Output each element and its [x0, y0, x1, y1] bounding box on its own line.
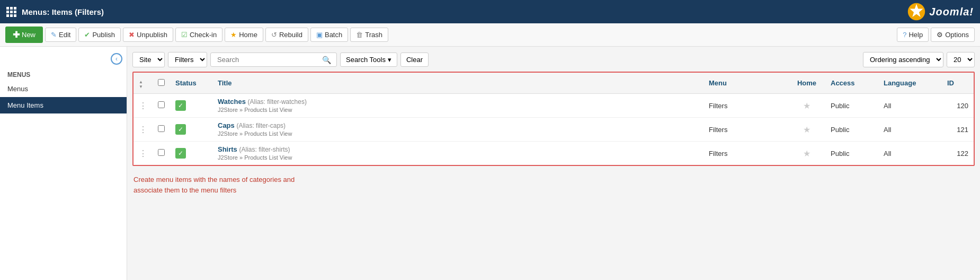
top-navbar: Menus: Items (Filters) Joomla!	[0, 0, 980, 23]
language-cell: All	[878, 94, 942, 118]
grid-menu-icon[interactable]	[6, 7, 16, 17]
col-access-header[interactable]: Access	[825, 73, 878, 94]
menu-value: Filters	[709, 126, 727, 134]
sidebar-item-menus[interactable]: Menus	[0, 81, 127, 97]
gear-icon: ⚙	[937, 31, 943, 39]
nav-title-section: Menus: Items (Filters)	[6, 7, 104, 17]
toolbar: ✚ New ✎ Edit ✔ Publish ✖ Unpublish ☑ Che…	[0, 23, 980, 47]
filter-bar: Site Filters 🔍 Search Tools ▾ Clear Orde…	[132, 52, 975, 67]
drag-handle-icon[interactable]: ⋮	[139, 125, 147, 134]
chevron-down-icon: ▾	[388, 56, 391, 64]
sidebar-collapse-button[interactable]: ‹	[111, 53, 122, 65]
col-id-header[interactable]: ID	[942, 73, 974, 94]
rebuild-icon: ↺	[271, 31, 277, 39]
col-status-header[interactable]: Status	[170, 73, 212, 94]
col-home-header[interactable]: Home	[788, 73, 825, 94]
col-language-header[interactable]: Language	[878, 73, 942, 94]
language-value: All	[884, 102, 891, 110]
checkbox-cell	[153, 142, 170, 165]
id-cell: 121	[942, 118, 974, 142]
batch-button[interactable]: ▣ Batch	[310, 28, 348, 42]
edit-button[interactable]: ✎ Edit	[45, 28, 76, 42]
table-header-row: ▲ ▼ Status Title	[133, 73, 974, 94]
home-button[interactable]: ★ Home	[225, 28, 263, 42]
id-value: 120	[957, 102, 968, 110]
subtitle-text: J2Store » Products List View	[218, 107, 292, 113]
clear-button[interactable]: Clear	[400, 52, 429, 67]
subtitle-text: J2Store » Products List View	[218, 154, 292, 161]
col-title-header[interactable]: Title	[212, 73, 703, 94]
batch-icon: ▣	[316, 31, 323, 39]
annotation: Create menu items with the names of cate…	[132, 166, 975, 197]
publish-button[interactable]: ✔ Publish	[78, 28, 121, 42]
main-layout: ‹ Menus Menus Menu Items Site Filters 🔍	[0, 47, 980, 280]
row-checkbox[interactable]	[158, 149, 165, 156]
menu-cell: Filters	[703, 118, 788, 142]
items-table: ▲ ▼ Status Title	[133, 73, 974, 165]
id-value: 122	[957, 150, 968, 158]
drag-handle-cell: ⋮	[133, 94, 153, 118]
page-title: Menus: Items (Filters)	[22, 7, 104, 16]
title-link[interactable]: Watches	[218, 98, 246, 106]
menu-value: Filters	[709, 150, 727, 158]
title-cell: Shirts (Alias: filter-shirts) J2Store » …	[212, 142, 703, 165]
publish-icon: ✔	[84, 31, 90, 39]
sort-icons[interactable]: ▲ ▼	[139, 80, 143, 89]
edit-icon: ✎	[51, 31, 57, 39]
alias-text: (Alias: filter-caps)	[236, 122, 286, 129]
drag-handle-icon[interactable]: ⋮	[139, 101, 147, 110]
col-checkbox-header	[153, 73, 170, 94]
checkin-icon: ☑	[181, 31, 188, 39]
options-button[interactable]: ⚙ Options	[931, 28, 975, 42]
page-size-select[interactable]: 20	[947, 52, 975, 67]
subtitle-text: J2Store » Products List View	[218, 130, 292, 137]
filters-select[interactable]: Filters	[168, 52, 207, 67]
search-submit-button[interactable]: 🔍	[319, 54, 334, 66]
row-checkbox[interactable]	[158, 125, 165, 132]
content-area: Site Filters 🔍 Search Tools ▾ Clear Orde…	[127, 47, 980, 280]
help-button[interactable]: ? Help	[897, 28, 929, 42]
title-link[interactable]: Shirts	[218, 145, 237, 153]
items-table-container: ▲ ▼ Status Title	[132, 72, 975, 166]
select-all-checkbox[interactable]	[158, 79, 165, 86]
sidebar-item-menu-items-label: Menu Items	[7, 101, 43, 109]
trash-button[interactable]: 🗑 Trash	[350, 28, 388, 42]
sidebar-heading: Menus	[0, 67, 127, 81]
sidebar-item-menu-items[interactable]: Menu Items	[0, 97, 127, 113]
sidebar-collapse-section: ‹	[0, 51, 127, 67]
home-icon: ★	[230, 31, 237, 39]
annotation-line1: Create menu items with the names of cate…	[133, 174, 974, 185]
col-menu-header[interactable]: Menu	[703, 73, 788, 94]
menu-cell: Filters	[703, 94, 788, 118]
site-select[interactable]: Site	[132, 52, 165, 67]
alias-text: (Alias: filter-shirts)	[239, 146, 290, 153]
rebuild-button[interactable]: ↺ Rebuild	[265, 28, 308, 42]
home-star-icon[interactable]: ★	[803, 125, 810, 134]
search-input[interactable]	[213, 53, 319, 66]
help-icon: ?	[903, 31, 906, 39]
table-row: ⋮ ✓ Shirts (Alias: filter-shirts) J2Stor…	[133, 142, 974, 165]
sidebar: ‹ Menus Menus Menu Items	[0, 47, 127, 280]
checkin-button[interactable]: ☑ Check-in	[175, 28, 222, 42]
unpublish-button[interactable]: ✖ Unpublish	[123, 28, 173, 42]
status-cell: ✓	[170, 118, 212, 142]
access-value: Public	[831, 150, 849, 158]
status-toggle[interactable]: ✓	[175, 124, 186, 135]
trash-icon: 🗑	[356, 31, 363, 39]
col-drag: ▲ ▼	[133, 73, 153, 94]
unpublish-icon: ✖	[129, 31, 135, 39]
ordering-select[interactable]: Ordering ascending	[863, 52, 943, 67]
home-star-icon[interactable]: ★	[803, 149, 810, 158]
search-tools-button[interactable]: Search Tools ▾	[340, 52, 397, 67]
row-checkbox[interactable]	[158, 101, 165, 108]
status-toggle[interactable]: ✓	[175, 100, 186, 111]
status-toggle[interactable]: ✓	[175, 148, 186, 159]
drag-handle-icon[interactable]: ⋮	[139, 149, 147, 158]
new-button[interactable]: ✚ New	[5, 27, 43, 43]
id-cell: 120	[942, 94, 974, 118]
home-star-icon[interactable]: ★	[803, 101, 810, 110]
joomla-text: Joomla!	[929, 6, 974, 18]
menu-cell: Filters	[703, 142, 788, 165]
title-link[interactable]: Caps	[218, 121, 235, 129]
joomla-star-icon	[907, 2, 926, 21]
